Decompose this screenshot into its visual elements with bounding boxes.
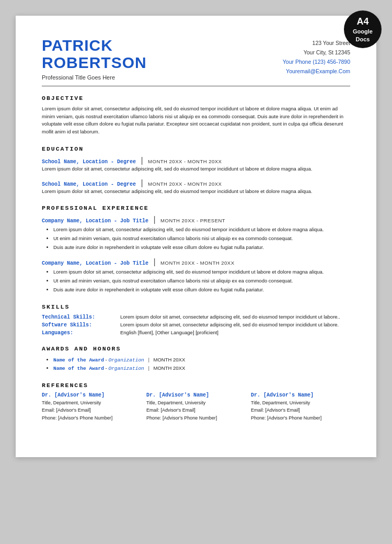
badge-size: A4	[356, 16, 368, 28]
award-2: Name of the Award - Organization | MONTH…	[53, 364, 350, 372]
edu-body-2: Lorem ipsum dolor sit amet, consectetur …	[42, 188, 350, 196]
exp-header-1: Company Name, Location - Job Title | MON…	[42, 215, 350, 224]
skill-value-3: English [fluent], [Other Language] [prof…	[120, 330, 218, 335]
award-date-2: MONTH 20XX	[154, 365, 186, 371]
email: Youremail@Example.Com	[286, 68, 350, 74]
ref-name-3: Dr. [Advisor's Name]	[251, 392, 350, 398]
objective-section: OBJECTIVE Lorem ipsum dolor sit amet, co…	[42, 95, 350, 136]
education-section: EDUCATION School Name, Location - Degree…	[42, 145, 350, 195]
bullet-1-2: Ut enim ad minim veniam, quis nostrud ex…	[53, 235, 350, 243]
bullet-2-2: Ut enim ad minim veniam, quis nostrud ex…	[53, 277, 350, 285]
ref-email-3: Email: [Advisor's Email]	[251, 406, 350, 414]
award-name-1: Name of the Award	[53, 357, 104, 363]
award-org-2: Organization	[108, 366, 144, 371]
exp-header-2: Company Name, Location - Job Title | MON…	[42, 257, 350, 267]
skill-label-2: Software Skills:	[42, 322, 120, 328]
badge-platform: Google	[353, 28, 373, 35]
references-section: REFERENCES Dr. [Advisor's Name] Title, D…	[42, 382, 350, 422]
award-1: Name of the Award - Organization | MONTH…	[53, 356, 350, 364]
professional-title: Professional Title Goes Here	[42, 74, 147, 81]
ref-phone-1: Phone: [Advisor's Phone Number]	[42, 414, 141, 422]
skill-value-2: Lorem ipsum dolor sit amet, consectetur …	[120, 322, 339, 327]
name-line2: ROBERTSON	[42, 54, 147, 71]
skill-row-3: Languages: English [fluent], [Other Lang…	[42, 330, 350, 336]
ref-phone-2: Phone: [Advisor's Phone Number]	[146, 414, 246, 422]
exp-bullets-1: Lorem ipsum dolor sit amet, consectetur …	[53, 226, 350, 251]
edu-body-1: Lorem ipsum dolor sit amet, consectetur …	[42, 165, 350, 173]
ref-email-2: Email: [Advisor's Email]	[146, 406, 246, 414]
ref-2: Dr. [Advisor's Name] Title, Department, …	[146, 392, 246, 422]
references-title: REFERENCES	[42, 382, 350, 389]
bullet-2-3: Duis aute irure dolor in reprehenderit i…	[53, 286, 350, 294]
header-divider	[42, 86, 350, 86]
skill-value-1: Lorem ipsum dolor sit amet, consectetur …	[120, 314, 340, 320]
edu-school-1: School Name, Location - Degree | MONTH 2…	[42, 156, 350, 165]
ref-title-3: Title, Department, University	[251, 399, 350, 406]
skill-row-2: Software Skills: Lorem ipsum dolor sit a…	[42, 322, 350, 328]
ref-title-1: Title, Department, University	[42, 399, 141, 406]
edu-entry-1: School Name, Location - Degree | MONTH 2…	[42, 156, 350, 173]
objective-title: OBJECTIVE	[42, 95, 350, 101]
city-state: Your City, St 12345	[283, 48, 350, 58]
address: 123 Your Street	[283, 39, 350, 48]
exp-bullets-2: Lorem ipsum dolor sit amet, consectetur …	[53, 268, 350, 293]
award-name-2: Name of the Award	[53, 366, 104, 371]
ref-phone-3: Phone: [Advisor's Phone Number]	[251, 414, 350, 422]
skill-label-1: Technical Skills:	[42, 314, 120, 320]
ref-name-1: Dr. [Advisor's Name]	[42, 392, 141, 398]
bullet-2-1: Lorem ipsum dolor sit amet, consectetur …	[53, 268, 350, 276]
award-org-1: Organization	[108, 357, 144, 363]
objective-body: Lorem ipsum dolor sit amet, consectetur …	[42, 105, 350, 136]
header-left: PATRICK ROBERTSON Professional Title Goe…	[42, 37, 147, 81]
edu-entry-2: School Name, Location - Degree | MONTH 2…	[42, 178, 350, 196]
resume-page: A4 Google Docs PATRICK ROBERTSON Profess…	[16, 16, 376, 457]
education-title: EDUCATION	[42, 145, 350, 152]
ref-name-2: Dr. [Advisor's Name]	[146, 392, 246, 398]
awards-list: Name of the Award - Organization | MONTH…	[53, 356, 350, 372]
skills-title: SKILLS	[42, 303, 350, 310]
edu-school-2: School Name, Location - Degree | MONTH 2…	[42, 178, 350, 188]
bullet-1-3: Duis aute irure dolor in reprehenderit i…	[53, 244, 350, 252]
skill-row-1: Technical Skills: Lorem ipsum dolor sit …	[42, 314, 350, 320]
bullet-1-1: Lorem ipsum dolor sit amet, consectetur …	[53, 226, 350, 234]
header-right: 123 Your Street Your City, St 12345 Your…	[283, 39, 350, 76]
skills-section: SKILLS Technical Skills: Lorem ipsum dol…	[42, 303, 350, 336]
exp-entry-1: Company Name, Location - Job Title | MON…	[42, 215, 350, 251]
ref-email-1: Email: [Advisor's Email]	[42, 406, 141, 414]
ref-title-2: Title, Department, University	[146, 399, 246, 406]
awards-title: AWARDS AND HONORS	[42, 345, 350, 352]
exp-entry-2: Company Name, Location - Job Title | MON…	[42, 257, 350, 293]
experience-section: PROFESSIONAL EXPERIENCE Company Name, Lo…	[42, 205, 350, 293]
name-line1: PATRICK	[42, 37, 113, 54]
badge-type: Docs	[356, 36, 370, 43]
refs-grid: Dr. [Advisor's Name] Title, Department, …	[42, 392, 350, 422]
header: PATRICK ROBERTSON Professional Title Goe…	[42, 37, 350, 81]
candidate-name: PATRICK ROBERTSON	[42, 37, 147, 71]
a4-badge: A4 Google Docs	[344, 10, 382, 48]
ref-3: Dr. [Advisor's Name] Title, Department, …	[251, 392, 350, 422]
experience-title: PROFESSIONAL EXPERIENCE	[42, 205, 350, 211]
awards-section: AWARDS AND HONORS Name of the Award - Or…	[42, 345, 350, 372]
skill-label-3: Languages:	[42, 330, 120, 336]
phone: Your Phone (123) 456-7890	[283, 59, 350, 65]
ref-1: Dr. [Advisor's Name] Title, Department, …	[42, 392, 141, 422]
award-date-1: MONTH 20XX	[154, 357, 186, 362]
